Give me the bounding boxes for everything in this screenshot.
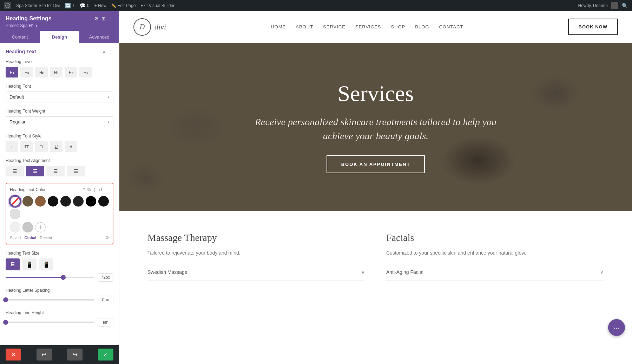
align-left-button[interactable]: ☰: [6, 166, 24, 176]
color-copy-icon[interactable]: ⧉: [87, 187, 91, 193]
align-center-button[interactable]: ☰: [26, 166, 44, 176]
heading-font-weight-field: Heading Font Weight Regular: [6, 109, 113, 127]
h5-button[interactable]: H₅: [65, 67, 77, 77]
panel-body: Heading Text ▲ ⋮ Heading Level H₁ H₂ H₃ …: [0, 43, 119, 345]
text-size-value[interactable]: 72px: [98, 273, 113, 282]
color-picker-header: Heading Text Color ? ⧉ ⊹ ↺ ⋮: [10, 187, 109, 193]
updates-counter[interactable]: 🔄 1: [65, 3, 75, 8]
letter-spacing-value[interactable]: 0px: [98, 296, 113, 304]
color-swatch-10[interactable]: [22, 222, 33, 232]
color-help-icon[interactable]: ?: [83, 187, 85, 193]
book-now-nav-button[interactable]: BOOK NOW: [568, 19, 618, 35]
color-swatch-1[interactable]: [22, 196, 33, 207]
service-arrow-facials-icon: ∨: [600, 269, 604, 275]
color-tab-saved[interactable]: Saved: [10, 236, 21, 240]
h4-button[interactable]: H₄: [50, 67, 62, 77]
admin-search-icon[interactable]: 🔍: [622, 3, 628, 8]
color-swatch-4[interactable]: [60, 196, 71, 207]
color-swatch-9[interactable]: [10, 222, 20, 232]
section-collapse-icon[interactable]: ▲: [101, 49, 106, 54]
edit-page-link[interactable]: ✏️ Edit Page: [111, 3, 136, 8]
panel-footer: ✕ ↩ ↪ ✓: [0, 345, 119, 364]
heading-levels-group: H₁ H₂ H₃ H₄ H₅ H₆: [6, 67, 113, 77]
tab-design[interactable]: Design: [40, 31, 79, 43]
color-header-icons: ? ⧉ ⊹ ↺ ⋮: [83, 187, 109, 193]
service-desc-massage: Tailored to rejuvenate your body and min…: [147, 249, 365, 257]
tablet-icon-button[interactable]: 📱: [22, 258, 37, 270]
panel-header: Heading Settings ⚙ ⊞ ⋮ Preset: Spa H1 ▾: [0, 11, 119, 31]
service-item-swedish[interactable]: Swedish Massage ∨: [147, 264, 365, 281]
color-settings-icon[interactable]: ⚙: [105, 235, 109, 240]
panel-layout-icon[interactable]: ⊞: [101, 16, 106, 21]
heading-font-weight-select[interactable]: Regular: [6, 116, 113, 127]
section-header: Heading Text ▲ ⋮: [6, 49, 113, 54]
tab-content[interactable]: Content: [0, 31, 40, 43]
color-swatch-2[interactable]: [35, 196, 46, 207]
align-justify-button[interactable]: ☰: [67, 166, 85, 176]
color-swatch-8[interactable]: [10, 209, 20, 219]
h1-button[interactable]: H₁: [6, 67, 18, 77]
color-swatch-add[interactable]: +: [35, 222, 46, 232]
line-height-slider[interactable]: [6, 322, 94, 323]
align-right-button[interactable]: ☰: [46, 166, 65, 176]
heading-font-select[interactable]: Default: [6, 92, 113, 102]
color-reset-icon[interactable]: ↺: [99, 187, 103, 193]
service-card-facials: Facials Customized to your specific skin…: [386, 232, 604, 281]
floating-action-button[interactable]: ···: [608, 319, 625, 336]
hero-cta-button[interactable]: BOOK AN APPOINTMENT: [327, 155, 425, 173]
panel-preset[interactable]: Preset: Spa H1 ▾: [6, 23, 113, 28]
color-swatches-row2: +: [10, 222, 109, 232]
nav-home[interactable]: HOME: [271, 24, 286, 29]
close-button[interactable]: ✕: [6, 349, 21, 360]
h6-button[interactable]: H₆: [79, 67, 92, 77]
color-swatch-6[interactable]: [86, 196, 96, 207]
text-size-slider[interactable]: [6, 277, 94, 278]
save-button[interactable]: ✓: [98, 349, 113, 360]
nav-about[interactable]: ABOUT: [296, 24, 313, 29]
heading-text-alignment-field: Heading Text Alignment ☰ ☰ ☰ ☰: [6, 158, 113, 176]
site-name-link[interactable]: Spa Starter Site for Divi: [16, 3, 60, 8]
wp-logo-icon[interactable]: W: [4, 2, 11, 9]
uppercase-button[interactable]: TT: [20, 141, 33, 152]
device-icons-group: 🖥 📱 📱: [6, 258, 113, 270]
line-height-value[interactable]: em: [98, 318, 113, 326]
desktop-icon-button[interactable]: 🖥: [6, 258, 20, 270]
panel-settings-icon[interactable]: ⚙: [94, 16, 99, 21]
section-more-icon[interactable]: ⋮: [108, 49, 113, 54]
nav-shop[interactable]: SHOP: [391, 24, 405, 29]
color-swatch-transparent[interactable]: [10, 196, 20, 207]
tab-advanced[interactable]: Advanced: [79, 31, 119, 43]
nav-service[interactable]: SERVICE: [323, 24, 345, 29]
service-item-antiaging[interactable]: Anti-Aging Facial ∨: [386, 264, 604, 281]
color-tab-recent[interactable]: Recent: [40, 236, 52, 240]
underline-button[interactable]: U: [50, 141, 62, 152]
color-swatch-5[interactable]: [73, 196, 84, 207]
color-swatch-7[interactable]: [98, 196, 109, 207]
mobile-icon-button[interactable]: 📱: [39, 258, 53, 270]
color-picker-icon[interactable]: ⊹: [93, 187, 97, 193]
h3-button[interactable]: H₃: [35, 67, 48, 77]
nav-services[interactable]: SERVICES: [355, 24, 381, 29]
panel-more-icon[interactable]: ⋮: [108, 16, 113, 21]
heading-letter-spacing-field: Heading Letter Spacing 0px: [6, 288, 113, 304]
heading-text-color-section: Heading Text Color ? ⧉ ⊹ ↺ ⋮: [6, 183, 113, 244]
nav-contact[interactable]: CONTACT: [439, 24, 463, 29]
comments-counter[interactable]: 💬 0: [80, 3, 90, 8]
redo-button[interactable]: ↪: [67, 349, 83, 360]
color-tab-global[interactable]: Global: [24, 236, 36, 240]
undo-button[interactable]: ↩: [37, 349, 52, 360]
exit-builder-link[interactable]: Exit Visual Builder: [141, 3, 175, 8]
new-content-link[interactable]: + New: [94, 3, 106, 8]
service-arrow-icon: ∨: [361, 269, 365, 275]
nav-blog[interactable]: BLOG: [415, 24, 429, 29]
service-title-facials: Facials: [386, 232, 604, 243]
color-swatch-3[interactable]: [48, 196, 58, 207]
h2-button[interactable]: H₂: [20, 67, 33, 77]
capitalize-button[interactable]: Tt: [35, 141, 48, 152]
strikethrough-button[interactable]: S: [65, 141, 77, 152]
color-label: Heading Text Color: [10, 187, 81, 192]
service-desc-facials: Customized to your specific skin and enh…: [386, 249, 604, 257]
color-more-icon[interactable]: ⋮: [105, 187, 109, 193]
letter-spacing-slider[interactable]: [6, 299, 94, 301]
italic-button[interactable]: I: [6, 141, 18, 152]
